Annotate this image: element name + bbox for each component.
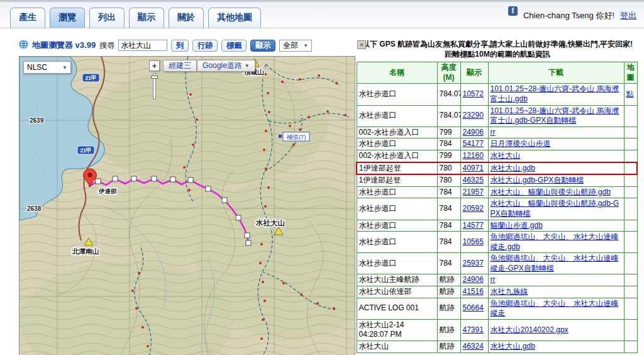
download-link[interactable]: 水社大山.gdb	[491, 342, 535, 351]
tab-瀏覽[interactable]: 瀏覽	[50, 8, 85, 28]
display-link[interactable]: 54177	[463, 139, 484, 148]
basemap-button[interactable]: 經建三	[163, 60, 197, 72]
search-input[interactable]	[118, 40, 167, 51]
height-value: 784	[437, 138, 460, 150]
table-row: 002-水社步道入口79924906rr	[357, 127, 637, 138]
zoom-slider[interactable]	[153, 73, 156, 99]
go-button[interactable]: 到	[171, 40, 189, 52]
download-cell: 水社大山.gdb-GPX自動轉檔	[488, 174, 624, 186]
download-link[interactable]: 水社大山.gdb-GPX自動轉檔	[491, 176, 584, 184]
layer-select-value: NLSC	[27, 63, 47, 72]
download-link[interactable]: 水社大山20140202.gpx	[491, 325, 569, 334]
display-cell: 47391	[460, 319, 488, 341]
svg-text:21甲: 21甲	[86, 75, 97, 81]
map-cell: 點	[624, 84, 637, 105]
grid-label: 2638	[27, 205, 42, 212]
table-row: 水社大山主峰航跡航跡24906rr	[357, 274, 637, 286]
tab-其他地圖[interactable]: 其他地圖	[208, 8, 261, 28]
download-cell: 水社九族線	[488, 286, 624, 298]
map-cell	[624, 105, 637, 127]
filter-select[interactable]: 全部 ▼	[279, 40, 312, 52]
map-cell	[624, 138, 637, 150]
column-header: 顯示	[460, 62, 488, 84]
map-canvas[interactable]: 2639 2638 21甲 21甲 頂城山 北潭南山 水社大山 伊達邵	[19, 56, 355, 355]
display-link[interactable]: 24906	[463, 128, 484, 137]
download-cell: 魚池鄉過坑山、大尖山、水社大山連峰縱走-GPX自動轉檔	[488, 253, 624, 274]
display-cell: 54177	[460, 138, 488, 150]
show-button[interactable]: 顯示	[250, 40, 275, 52]
waypoint-name: 水社步道口	[357, 138, 437, 150]
google-roads-button[interactable]: Google道路 ▼	[197, 60, 255, 72]
waypoint-name: 水社大山2-14 04:28:07 PM	[357, 319, 437, 341]
display-cell: 24906	[460, 274, 488, 286]
tab-顯示[interactable]: 顯示	[129, 8, 164, 28]
download-link[interactable]: 水社九族線	[491, 287, 528, 296]
layer-select[interactable]: NLSC ▼	[23, 61, 71, 74]
display-link[interactable]: 14577	[463, 221, 484, 230]
download-link[interactable]: 水社大山、貓蘭山與後尖山航跡.gdb-GPX自動轉檔	[491, 199, 619, 218]
svg-text:21甲: 21甲	[80, 147, 92, 154]
display-link[interactable]: 10572	[463, 89, 484, 98]
map-link[interactable]: 點	[626, 89, 634, 98]
map-cell	[624, 186, 637, 198]
display-link[interactable]: 46325	[463, 176, 484, 184]
logout-link[interactable]: 登出	[620, 10, 636, 21]
map-cell	[624, 127, 637, 138]
table-row: 水社大山2-14 04:28:07 PM航跡47391水社大山20140202.…	[357, 319, 637, 341]
height-value: 799	[437, 150, 460, 162]
waypoint-name: 水社大山主峰航跡	[357, 274, 437, 286]
display-link[interactable]: 25937	[463, 259, 484, 268]
display-link[interactable]: 40971	[463, 164, 484, 172]
display-link[interactable]: 23290	[463, 111, 484, 120]
map-label-village: 伊達邵	[98, 188, 117, 194]
height-value: 航跡	[437, 298, 460, 319]
download-link[interactable]: 日月潭後尖山步道	[491, 139, 551, 148]
tab-列出[interactable]: 列出	[89, 8, 125, 28]
display-cell: 10572	[460, 84, 488, 105]
waypoint-name: 002-水社步道入口	[357, 127, 437, 138]
table-row: 水社步道口78420592水社大山、貓蘭山與後尖山航跡.gdb-GPX自動轉檔	[357, 198, 637, 220]
facebook-icon[interactable]: f	[508, 6, 518, 16]
display-link[interactable]: 50664	[463, 303, 484, 312]
display-cell: 25937	[460, 253, 488, 274]
display-link[interactable]: 10565	[463, 237, 484, 246]
table-row: 水社大山依達邵航跡41516水社九族線	[357, 286, 637, 298]
waypoint-name: 水社大山依達邵	[357, 286, 437, 298]
display-link[interactable]: 20592	[463, 204, 484, 213]
height-value: 799	[437, 127, 460, 138]
map-label-junction: 補張(7)	[279, 132, 309, 141]
download-link[interactable]: 水社大山	[491, 151, 521, 160]
waypoint-name: 水社步道口	[357, 84, 437, 105]
topo-map: 2639 2638 21甲 21甲 頂城山 北潭南山 水社大山 伊達邵	[19, 57, 355, 355]
display-link[interactable]: 47391	[463, 325, 484, 334]
waypoint-name: 水社步道口	[357, 105, 437, 127]
display-cell: 40971	[460, 162, 488, 175]
download-link[interactable]: rr	[491, 128, 496, 137]
download-link[interactable]: 貓蘭山步道.gdb	[491, 221, 543, 230]
download-link[interactable]: 水社大山、貓蘭山與後尖山航跡.gdb	[491, 188, 611, 196]
download-link[interactable]: rr	[491, 275, 496, 284]
display-cell: 23290	[460, 105, 488, 127]
download-link[interactable]: 101.01.25~28-廬山六寶-武令山 馬海濮富士山.gdb-GPX自動轉檔	[491, 106, 619, 125]
display-link[interactable]: 46324	[463, 342, 484, 351]
display-link[interactable]: 21957	[463, 188, 484, 196]
height-value: 784	[437, 253, 460, 274]
display-link[interactable]: 12160	[463, 151, 484, 160]
zoom-slider-handle[interactable]	[151, 76, 158, 79]
zoom-in-button[interactable]: +	[149, 60, 160, 71]
display-link[interactable]: 41516	[463, 287, 484, 296]
tag-button[interactable]: 標籤	[221, 40, 247, 52]
download-link[interactable]: 魚池鄉過坑山、大尖山、水社大山連峰縱走	[491, 299, 619, 318]
display-link[interactable]: 24906	[463, 275, 484, 284]
download-link[interactable]: 魚池鄉過坑山、大尖山、水社大山連峰縱走.gdb	[491, 232, 619, 251]
tab-關於[interactable]: 關於	[169, 8, 204, 28]
download-link[interactable]: 魚池鄉過坑山、大尖山、水社大山連峰縱走-GPX自動轉檔	[491, 254, 619, 273]
display-cell: 24906	[460, 127, 488, 138]
waypoint-name: 水社步道口	[357, 220, 437, 232]
tab-產生[interactable]: 產生	[10, 8, 45, 28]
close-panel-button[interactable]: ×	[357, 40, 366, 49]
download-link[interactable]: 水社大山.gdb	[491, 164, 535, 172]
track-button[interactable]: 行跡	[192, 40, 218, 52]
map-cell	[624, 298, 637, 319]
download-link[interactable]: 101.01.25~28-廬山六寶-武令山 馬海濮富士山.gdb	[491, 84, 619, 103]
